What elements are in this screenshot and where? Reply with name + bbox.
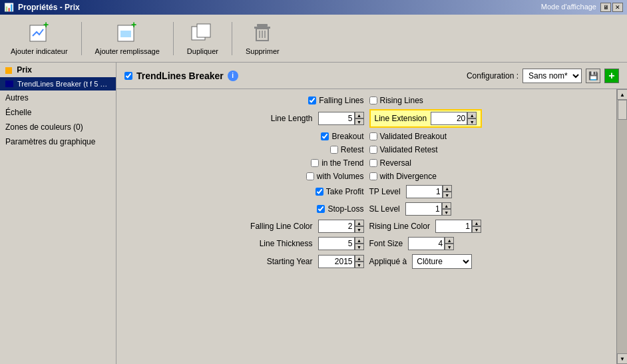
delete-icon bbox=[250, 21, 274, 45]
add-fill-button[interactable]: + Ajouter remplissage bbox=[90, 19, 165, 58]
sl-level-input[interactable] bbox=[405, 202, 442, 216]
rising-line-color-down[interactable]: ▼ bbox=[472, 226, 481, 233]
add-fill-svg: + bbox=[115, 21, 139, 45]
zones-item[interactable]: Zones de couleurs (0) bbox=[0, 120, 116, 134]
config-label: Configuration : bbox=[467, 71, 519, 81]
stop-loss-checkbox-label[interactable]: Stop-Loss bbox=[317, 204, 363, 214]
line-extension-buttons: ▲ ▼ bbox=[467, 112, 477, 125]
sl-level-up[interactable]: ▲ bbox=[442, 202, 451, 209]
with-divergence-checkbox-label[interactable]: with Divergence bbox=[369, 172, 437, 181]
scroll-down-button[interactable]: ▼ bbox=[617, 353, 627, 364]
validated-breakout-checkbox-label[interactable]: Validated Breakout bbox=[369, 132, 447, 141]
falling-line-color-input[interactable] bbox=[318, 220, 355, 233]
title-bar: 📊 Propriétés - Prix Mode d'affichage 🖥 ✕ bbox=[0, 0, 627, 15]
config-select[interactable]: Sans nom* bbox=[522, 69, 582, 83]
save-config-button[interactable]: 💾 bbox=[586, 69, 600, 83]
rising-lines-checkbox-label[interactable]: Rising Lines bbox=[369, 96, 423, 105]
line-extension-input[interactable] bbox=[431, 112, 467, 125]
font-size-input[interactable] bbox=[408, 237, 445, 250]
row-8-left: Stop-Loss bbox=[124, 204, 364, 214]
indicator-item[interactable]: TrendLines Breaker (t f 5 20 t f f f f f… bbox=[0, 77, 116, 91]
add-indicator-icon: + bbox=[27, 21, 51, 45]
with-volumes-checkbox-label[interactable]: with Volumes bbox=[306, 172, 364, 181]
indicator-title-text: TrendLines Breaker bbox=[136, 71, 224, 81]
rising-line-color-label: Rising Line Color bbox=[369, 222, 430, 231]
add-fill-icon: + bbox=[115, 21, 139, 45]
with-volumes-checkbox[interactable] bbox=[306, 172, 314, 180]
font-size-down[interactable]: ▼ bbox=[445, 244, 454, 250]
duplicate-button[interactable]: Dupliquer bbox=[182, 19, 224, 58]
line-extension-up[interactable]: ▲ bbox=[467, 112, 477, 118]
indicator-enabled-checkbox[interactable] bbox=[124, 72, 132, 80]
falling-line-color-buttons: ▲ ▼ bbox=[355, 220, 364, 233]
sl-level-down[interactable]: ▼ bbox=[442, 209, 451, 216]
tp-level-input[interactable] bbox=[406, 185, 443, 198]
validated-retest-label: Validated Retest bbox=[380, 145, 438, 154]
close-button[interactable]: ✕ bbox=[612, 3, 623, 12]
rising-line-color-input[interactable] bbox=[435, 220, 472, 233]
validated-retest-checkbox-label[interactable]: Validated Retest bbox=[369, 145, 438, 154]
starting-year-input[interactable] bbox=[318, 255, 355, 268]
rising-lines-checkbox[interactable] bbox=[369, 96, 377, 104]
scroll-track[interactable] bbox=[617, 100, 627, 353]
falling-line-color-down[interactable]: ▼ bbox=[355, 226, 364, 233]
row-11-left: Starting Year ▲ ▼ bbox=[124, 255, 364, 268]
zones-label: Zones de couleurs (0) bbox=[5, 122, 83, 132]
line-thickness-up[interactable]: ▲ bbox=[355, 237, 364, 244]
add-indicator-button[interactable]: + Ajouter indicateur bbox=[5, 19, 73, 58]
tp-level-up[interactable]: ▲ bbox=[443, 185, 452, 192]
rising-line-color-up[interactable]: ▲ bbox=[472, 220, 481, 226]
font-size-up[interactable]: ▲ bbox=[445, 237, 454, 244]
monitor-button[interactable]: 🖥 bbox=[600, 3, 611, 12]
stop-loss-checkbox[interactable] bbox=[317, 205, 325, 213]
params-scroll-area: Falling Lines Rising Lines Line Length bbox=[116, 89, 616, 364]
add-config-button[interactable]: + bbox=[604, 69, 619, 83]
breakout-checkbox-label[interactable]: Breakout bbox=[321, 132, 363, 141]
reversal-checkbox[interactable] bbox=[369, 159, 377, 167]
falling-line-color-up[interactable]: ▲ bbox=[355, 220, 364, 226]
svg-rect-3 bbox=[120, 31, 131, 37]
row-2-right: Line Extension ▲ ▼ bbox=[369, 109, 609, 128]
in-trend-checkbox[interactable] bbox=[311, 159, 319, 167]
line-length-label: Line Length bbox=[271, 114, 313, 123]
starting-year-down[interactable]: ▼ bbox=[355, 262, 364, 268]
echelle-item[interactable]: Échelle bbox=[0, 105, 116, 120]
applique-select[interactable]: ClôtureOuvertureHautBas bbox=[412, 254, 472, 269]
take-profit-checkbox[interactable] bbox=[315, 188, 323, 196]
reversal-checkbox-label[interactable]: Reversal bbox=[369, 158, 411, 168]
rising-lines-label: Rising Lines bbox=[380, 96, 423, 105]
falling-lines-checkbox-label[interactable]: Falling Lines bbox=[308, 96, 363, 105]
tp-level-down[interactable]: ▼ bbox=[443, 192, 452, 198]
with-divergence-checkbox[interactable] bbox=[369, 172, 377, 180]
starting-year-up[interactable]: ▲ bbox=[355, 255, 364, 262]
line-extension-down[interactable]: ▼ bbox=[467, 118, 477, 125]
in-trend-checkbox-label[interactable]: in the Trend bbox=[311, 158, 363, 168]
echelle-label: Échelle bbox=[5, 108, 31, 117]
scroll-up-button[interactable]: ▲ bbox=[617, 89, 627, 100]
validated-breakout-checkbox[interactable] bbox=[369, 132, 377, 140]
line-length-down[interactable]: ▼ bbox=[355, 118, 364, 125]
starting-year-label: Starting Year bbox=[267, 257, 313, 266]
scroll-thumb[interactable] bbox=[618, 100, 627, 120]
take-profit-checkbox-label[interactable]: Take Profit bbox=[315, 187, 364, 196]
retest-checkbox[interactable] bbox=[330, 146, 338, 154]
delete-button[interactable]: Supprimer bbox=[240, 19, 285, 58]
row-5-right: Reversal bbox=[369, 158, 609, 168]
svg-rect-6 bbox=[197, 24, 210, 37]
autres-item[interactable]: Autres bbox=[0, 91, 116, 105]
row-5: in the Trend Reversal bbox=[124, 158, 608, 168]
validated-retest-checkbox[interactable] bbox=[369, 146, 377, 154]
line-thickness-down[interactable]: ▼ bbox=[355, 244, 364, 250]
line-thickness-input[interactable] bbox=[318, 237, 355, 250]
line-extension-spinner: ▲ ▼ bbox=[431, 112, 477, 125]
retest-checkbox-label[interactable]: Retest bbox=[330, 145, 364, 154]
line-length-input[interactable] bbox=[318, 112, 355, 125]
line-length-up[interactable]: ▲ bbox=[355, 112, 364, 118]
falling-lines-checkbox[interactable] bbox=[308, 96, 316, 104]
info-icon[interactable]: i bbox=[228, 71, 238, 81]
title-bar-text: Propriétés - Prix bbox=[18, 3, 80, 12]
breakout-checkbox[interactable] bbox=[321, 132, 329, 140]
price-section[interactable]: Prix bbox=[0, 63, 116, 77]
parametres-item[interactable]: Paramètres du graphique bbox=[0, 134, 116, 149]
with-volumes-label: with Volumes bbox=[317, 172, 364, 181]
